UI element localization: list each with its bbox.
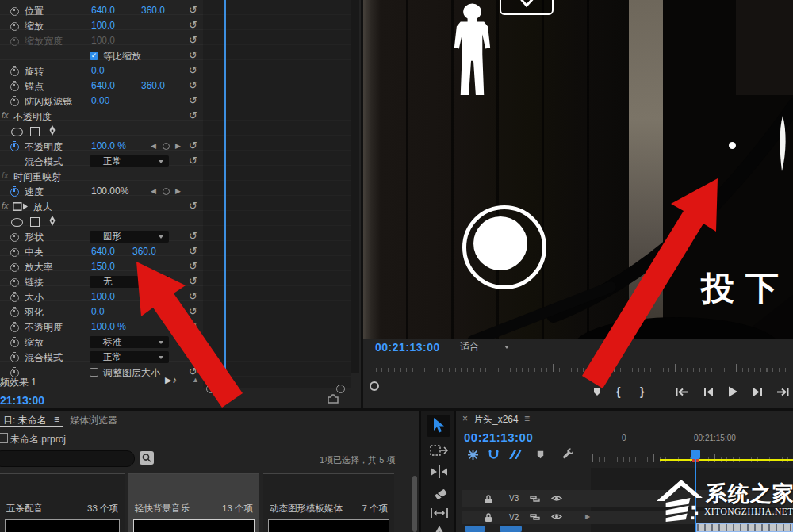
stopwatch-icon[interactable]	[10, 67, 19, 76]
stopwatch-icon[interactable]	[10, 293, 19, 302]
value[interactable]: 0.00	[91, 95, 109, 106]
timeline-timecode[interactable]: 00:21:13:00	[464, 431, 533, 444]
bin-item[interactable]: 动态图形模板媒体 7 个项	[263, 473, 394, 532]
reset-icon[interactable]: ↺	[189, 350, 197, 362]
linked-selection-icon[interactable]	[508, 449, 522, 461]
ripple-edit-tool[interactable]	[430, 465, 449, 479]
bin-item[interactable]: 五杀配音 33 个项	[0, 473, 125, 532]
selection-tool[interactable]	[433, 418, 445, 434]
lock-icon[interactable]	[484, 512, 493, 522]
stopwatch-icon[interactable]	[10, 339, 19, 347]
prev-keyframe-icon[interactable]: ◀	[151, 187, 156, 196]
panel-menu-icon[interactable]: ≡	[54, 414, 59, 425]
sequence-tab[interactable]: 片头_x264	[473, 413, 519, 427]
monitor-scrubber-handle[interactable]	[370, 381, 379, 391]
value[interactable]: 100.0 %	[91, 140, 126, 151]
stopwatch-icon[interactable]	[10, 98, 19, 106]
reset-icon[interactable]: ↺	[189, 230, 197, 242]
reset-icon[interactable]: ↺	[189, 34, 197, 46]
prev-keyframe-icon[interactable]: ◀	[151, 142, 156, 151]
effect-name[interactable]: 不透明度	[13, 110, 52, 124]
stopwatch-icon[interactable]	[10, 278, 19, 287]
reset-icon[interactable]: ↺	[189, 109, 197, 121]
source-patch-v1[interactable]	[465, 526, 485, 532]
stopwatch-icon[interactable]	[10, 7, 19, 16]
value-x[interactable]: 640.0	[91, 246, 115, 257]
add-marker-button[interactable]	[592, 386, 603, 397]
track-eye-icon[interactable]	[551, 512, 562, 521]
pen-tool[interactable]	[434, 526, 445, 532]
effect-playhead-line[interactable]	[224, 0, 226, 388]
zoom-bar-left-handle[interactable]	[206, 385, 215, 393]
rect-mask-icon[interactable]	[30, 127, 40, 136]
blend-mode-dropdown[interactable]: 正常	[90, 155, 169, 167]
reset-icon[interactable]: ↺	[189, 200, 197, 212]
track-label[interactable]: V2	[509, 513, 519, 522]
stopwatch-icon[interactable]	[10, 188, 19, 197]
step-forward-button[interactable]	[753, 387, 764, 397]
zoom-bar-right-handle[interactable]	[336, 385, 345, 393]
razor-tool[interactable]	[432, 487, 447, 502]
tab-media-browser[interactable]: 媒体浏览器	[70, 414, 117, 427]
scroll-up-icon[interactable]: ▲	[192, 376, 199, 384]
insert-overwrite-icon[interactable]	[467, 449, 479, 461]
timeline-settings-wrench-icon[interactable]	[562, 448, 574, 460]
effect-panel-timecode[interactable]: 21:13:00	[0, 394, 44, 407]
lock-icon[interactable]	[484, 494, 493, 504]
stopwatch-icon[interactable]	[10, 263, 19, 272]
project-file-name[interactable]: 未命名.prproj	[10, 433, 66, 446]
stopwatch-icon[interactable]	[10, 22, 19, 31]
reset-icon[interactable]: ↺	[189, 305, 197, 317]
program-timecode[interactable]: 00:21:13:00	[375, 341, 440, 354]
reset-icon[interactable]: ↺	[189, 64, 197, 76]
value[interactable]: 0.0	[91, 306, 105, 317]
search-input[interactable]	[0, 450, 135, 467]
value-y[interactable]: 360.0	[141, 5, 165, 16]
value[interactable]: 100.0 %	[91, 321, 126, 332]
reset-icon[interactable]: ↺	[189, 260, 197, 272]
resize-layer-checkbox[interactable]	[90, 368, 98, 377]
reset-icon[interactable]: ↺	[189, 140, 197, 151]
value-y[interactable]: 360.0	[132, 246, 156, 257]
rect-mask-icon[interactable]	[30, 217, 40, 227]
audio-effects-section[interactable]: 频效果 1	[0, 376, 36, 389]
reset-icon[interactable]: ↺	[189, 290, 197, 302]
clip-collapse-icon[interactable]: ▶	[585, 513, 590, 520]
play-audio-icon[interactable]: ▶♪	[165, 375, 178, 385]
play-button[interactable]	[727, 385, 738, 398]
mark-in-button[interactable]: {	[616, 385, 620, 398]
add-keyframe-icon[interactable]	[163, 143, 170, 150]
panel-menu-icon[interactable]: ≡	[524, 413, 530, 424]
reset-icon[interactable]: ↺	[189, 245, 197, 257]
keyframe-timeline-area[interactable]	[203, 0, 351, 388]
stopwatch-icon[interactable]	[10, 248, 19, 257]
track-label[interactable]: V3	[509, 494, 519, 503]
sync-lock-icon[interactable]	[530, 512, 540, 522]
pen-mask-icon[interactable]	[48, 216, 57, 227]
track-select-tool[interactable]	[430, 444, 449, 457]
effect-name[interactable]: 时间重映射	[13, 170, 61, 184]
ellipse-mask-icon[interactable]	[11, 218, 23, 227]
zoom-fit-dropdown[interactable]: 适合	[450, 340, 515, 354]
reset-icon[interactable]: ↺	[189, 19, 197, 31]
goto-in-button[interactable]	[675, 387, 688, 397]
slip-tool[interactable]	[430, 507, 449, 519]
reset-icon[interactable]: ↺	[189, 49, 197, 61]
export-frame-icon[interactable]	[328, 393, 339, 404]
reset-icon[interactable]: ↺	[189, 275, 197, 287]
value-x[interactable]: 640.0	[91, 80, 115, 91]
project-scrollbar[interactable]	[412, 476, 417, 532]
track-target-v1[interactable]	[500, 526, 522, 532]
effect-name[interactable]: 放大	[33, 201, 52, 214]
mark-out-button[interactable]: }	[640, 385, 644, 398]
reset-icon[interactable]: ↺	[189, 335, 197, 347]
value-y[interactable]: 360.0	[141, 80, 165, 91]
stopwatch-icon[interactable]	[10, 233, 19, 242]
add-marker-icon[interactable]	[535, 450, 546, 460]
magnification-value[interactable]: 150.0	[91, 261, 115, 272]
reset-icon[interactable]: ↺	[189, 4, 197, 16]
search-bin-icon[interactable]	[140, 451, 154, 465]
ellipse-mask-icon[interactable]	[11, 128, 23, 136]
goto-out-button[interactable]	[776, 387, 790, 397]
value[interactable]: 100.0	[91, 20, 115, 31]
